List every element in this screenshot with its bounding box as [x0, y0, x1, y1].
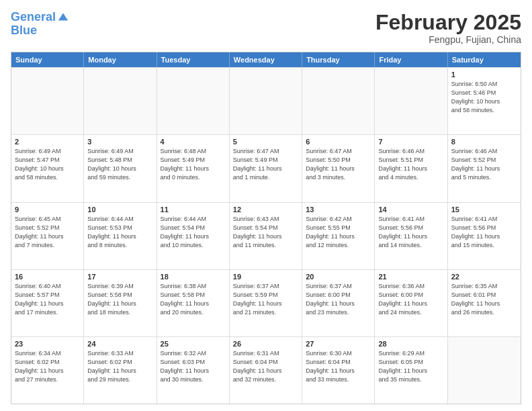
- day-info: Sunrise: 6:31 AM Sunset: 6:04 PM Dayligh…: [233, 349, 298, 384]
- subtitle: Fengpu, Fujian, China: [375, 34, 521, 45]
- day-info: Sunrise: 6:39 AM Sunset: 5:58 PM Dayligh…: [87, 282, 152, 317]
- cal-cell-r0-c0: [11, 68, 84, 134]
- weekday-saturday: Saturday: [448, 52, 521, 67]
- day-number: 6: [306, 138, 371, 146]
- cal-cell-r2-c2: 11Sunrise: 6:44 AM Sunset: 5:54 PM Dayli…: [157, 203, 230, 269]
- cal-cell-r3-c5: 21Sunrise: 6:36 AM Sunset: 6:00 PM Dayli…: [375, 270, 447, 336]
- calendar-row-0: 1Sunrise: 6:50 AM Sunset: 5:46 PM Daylig…: [11, 67, 521, 134]
- day-number: 7: [378, 138, 443, 146]
- day-number: 23: [15, 340, 80, 348]
- day-number: 27: [306, 340, 371, 348]
- day-number: 10: [87, 205, 152, 214]
- day-number: 22: [451, 273, 517, 281]
- weekday-wednesday: Wednesday: [230, 52, 302, 67]
- cal-cell-r1-c4: 6Sunrise: 6:47 AM Sunset: 5:50 PM Daylig…: [302, 135, 375, 201]
- day-number: 16: [15, 273, 80, 281]
- day-info: Sunrise: 6:46 AM Sunset: 5:52 PM Dayligh…: [451, 147, 517, 182]
- day-number: 20: [306, 273, 371, 281]
- day-number: 17: [87, 273, 152, 281]
- logo-icon: [57, 11, 69, 23]
- cal-cell-r4-c5: 28Sunrise: 6:29 AM Sunset: 6:05 PM Dayli…: [375, 337, 447, 404]
- day-info: Sunrise: 6:32 AM Sunset: 6:03 PM Dayligh…: [161, 349, 226, 384]
- day-number: 25: [161, 340, 226, 348]
- day-info: Sunrise: 6:44 AM Sunset: 5:53 PM Dayligh…: [87, 215, 152, 250]
- month-title: February 2025: [375, 11, 521, 34]
- day-info: Sunrise: 6:49 AM Sunset: 5:47 PM Dayligh…: [15, 147, 80, 182]
- day-number: 4: [161, 138, 226, 146]
- svg-marker-0: [58, 13, 68, 21]
- cal-cell-r2-c4: 13Sunrise: 6:42 AM Sunset: 5:55 PM Dayli…: [302, 203, 375, 269]
- day-info: Sunrise: 6:50 AM Sunset: 5:46 PM Dayligh…: [451, 80, 517, 115]
- cal-cell-r1-c1: 3Sunrise: 6:49 AM Sunset: 5:48 PM Daylig…: [84, 135, 157, 201]
- day-info: Sunrise: 6:43 AM Sunset: 5:54 PM Dayligh…: [233, 215, 298, 250]
- logo-general: General: [11, 10, 56, 24]
- day-info: Sunrise: 6:35 AM Sunset: 6:01 PM Dayligh…: [451, 282, 517, 317]
- cal-cell-r2-c6: 15Sunrise: 6:41 AM Sunset: 5:56 PM Dayli…: [448, 203, 521, 269]
- logo: General Blue: [11, 11, 69, 38]
- day-info: Sunrise: 6:29 AM Sunset: 6:05 PM Dayligh…: [378, 349, 443, 384]
- cal-cell-r1-c5: 7Sunrise: 6:46 AM Sunset: 5:51 PM Daylig…: [375, 135, 447, 201]
- day-number: 2: [15, 138, 80, 146]
- day-number: 19: [233, 273, 298, 281]
- day-info: Sunrise: 6:34 AM Sunset: 6:02 PM Dayligh…: [15, 349, 80, 384]
- cal-cell-r0-c4: [302, 68, 375, 134]
- day-number: 8: [451, 138, 517, 146]
- day-number: 24: [87, 340, 152, 348]
- cal-cell-r0-c3: [230, 68, 302, 134]
- day-info: Sunrise: 6:41 AM Sunset: 5:56 PM Dayligh…: [378, 215, 443, 250]
- cal-cell-r1-c3: 5Sunrise: 6:47 AM Sunset: 5:49 PM Daylig…: [230, 135, 302, 201]
- day-info: Sunrise: 6:33 AM Sunset: 6:02 PM Dayligh…: [87, 349, 152, 384]
- day-info: Sunrise: 6:40 AM Sunset: 5:57 PM Dayligh…: [15, 282, 80, 317]
- calendar-row-3: 16Sunrise: 6:40 AM Sunset: 5:57 PM Dayli…: [11, 269, 521, 336]
- day-number: 15: [451, 205, 517, 214]
- day-number: 1: [451, 71, 517, 79]
- cal-cell-r3-c4: 20Sunrise: 6:37 AM Sunset: 6:00 PM Dayli…: [302, 270, 375, 336]
- day-number: 5: [233, 138, 298, 146]
- day-info: Sunrise: 6:38 AM Sunset: 5:58 PM Dayligh…: [161, 282, 226, 317]
- day-info: Sunrise: 6:47 AM Sunset: 5:49 PM Dayligh…: [233, 147, 298, 182]
- cal-cell-r0-c5: [375, 68, 447, 134]
- day-info: Sunrise: 6:44 AM Sunset: 5:54 PM Dayligh…: [161, 215, 226, 250]
- weekday-friday: Friday: [375, 52, 447, 67]
- cal-cell-r4-c0: 23Sunrise: 6:34 AM Sunset: 6:02 PM Dayli…: [11, 337, 84, 404]
- day-info: Sunrise: 6:46 AM Sunset: 5:51 PM Dayligh…: [378, 147, 443, 182]
- cal-cell-r3-c3: 19Sunrise: 6:37 AM Sunset: 5:59 PM Dayli…: [230, 270, 302, 336]
- cal-cell-r3-c0: 16Sunrise: 6:40 AM Sunset: 5:57 PM Dayli…: [11, 270, 84, 336]
- cal-cell-r4-c4: 27Sunrise: 6:30 AM Sunset: 6:04 PM Dayli…: [302, 337, 375, 404]
- day-number: 14: [378, 205, 443, 214]
- day-info: Sunrise: 6:36 AM Sunset: 6:00 PM Dayligh…: [378, 282, 443, 317]
- day-info: Sunrise: 6:41 AM Sunset: 5:56 PM Dayligh…: [451, 215, 517, 250]
- day-number: 28: [378, 340, 443, 348]
- title-block: February 2025 Fengpu, Fujian, China: [375, 11, 521, 45]
- cal-cell-r0-c2: [157, 68, 230, 134]
- day-info: Sunrise: 6:30 AM Sunset: 6:04 PM Dayligh…: [306, 349, 371, 384]
- day-info: Sunrise: 6:47 AM Sunset: 5:50 PM Dayligh…: [306, 147, 371, 182]
- cal-cell-r1-c2: 4Sunrise: 6:48 AM Sunset: 5:49 PM Daylig…: [157, 135, 230, 201]
- calendar-row-2: 9Sunrise: 6:45 AM Sunset: 5:52 PM Daylig…: [11, 202, 521, 269]
- cal-cell-r4-c3: 26Sunrise: 6:31 AM Sunset: 6:04 PM Dayli…: [230, 337, 302, 404]
- cal-cell-r1-c0: 2Sunrise: 6:49 AM Sunset: 5:47 PM Daylig…: [11, 135, 84, 201]
- logo-text: General: [11, 11, 56, 24]
- cal-cell-r2-c1: 10Sunrise: 6:44 AM Sunset: 5:53 PM Dayli…: [84, 203, 157, 269]
- calendar-body: 1Sunrise: 6:50 AM Sunset: 5:46 PM Daylig…: [11, 67, 521, 404]
- day-number: 26: [233, 340, 298, 348]
- day-info: Sunrise: 6:49 AM Sunset: 5:48 PM Dayligh…: [87, 147, 152, 182]
- cal-cell-r2-c5: 14Sunrise: 6:41 AM Sunset: 5:56 PM Dayli…: [375, 203, 447, 269]
- day-info: Sunrise: 6:42 AM Sunset: 5:55 PM Dayligh…: [306, 215, 371, 250]
- day-info: Sunrise: 6:48 AM Sunset: 5:49 PM Dayligh…: [161, 147, 226, 182]
- weekday-monday: Monday: [84, 52, 157, 67]
- page: General Blue February 2025 Fengpu, Fujia…: [0, 0, 532, 411]
- day-number: 21: [378, 273, 443, 281]
- logo-blue: Blue: [11, 24, 69, 38]
- weekday-sunday: Sunday: [11, 52, 84, 67]
- day-info: Sunrise: 6:37 AM Sunset: 5:59 PM Dayligh…: [233, 282, 298, 317]
- header: General Blue February 2025 Fengpu, Fujia…: [11, 11, 521, 45]
- day-info: Sunrise: 6:45 AM Sunset: 5:52 PM Dayligh…: [15, 215, 80, 250]
- day-number: 12: [233, 205, 298, 214]
- cal-cell-r0-c6: 1Sunrise: 6:50 AM Sunset: 5:46 PM Daylig…: [448, 68, 521, 134]
- day-info: Sunrise: 6:37 AM Sunset: 6:00 PM Dayligh…: [306, 282, 371, 317]
- cal-cell-r3-c6: 22Sunrise: 6:35 AM Sunset: 6:01 PM Dayli…: [448, 270, 521, 336]
- day-number: 3: [87, 138, 152, 146]
- day-number: 9: [15, 205, 80, 214]
- weekday-thursday: Thursday: [302, 52, 375, 67]
